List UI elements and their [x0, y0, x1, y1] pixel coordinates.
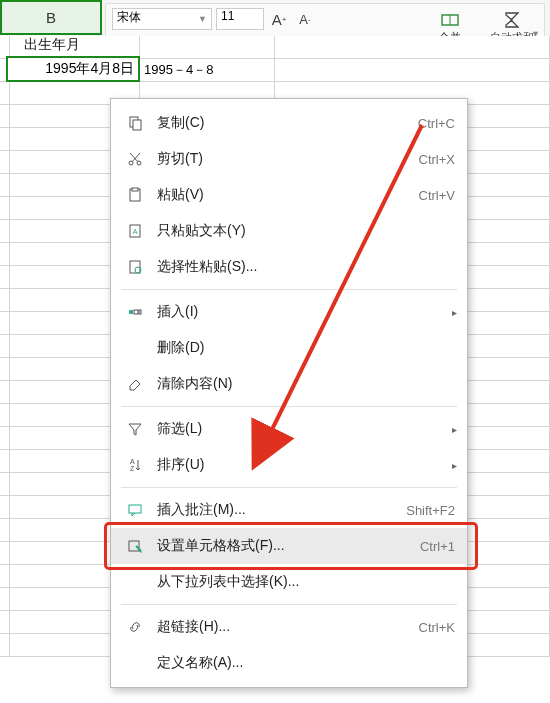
submenu-arrow-icon: ▸: [452, 424, 457, 435]
font-size-select[interactable]: 11▼: [216, 8, 264, 30]
eraser-icon: [123, 372, 147, 396]
paste-special-icon: [123, 255, 147, 279]
submenu-arrow-icon: ▸: [452, 460, 457, 471]
decrease-font-button[interactable]: A-: [294, 8, 316, 30]
menu-delete[interactable]: 删除(D): [111, 330, 467, 366]
svg-rect-17: [139, 310, 141, 314]
filter-icon: [123, 417, 147, 441]
svg-rect-21: [129, 541, 139, 551]
menu-pick-from-list[interactable]: 从下拉列表中选择(K)...: [111, 564, 467, 600]
copy-icon: [123, 111, 147, 135]
format-cells-icon: [123, 534, 147, 558]
menu-clear[interactable]: 清除内容(N): [111, 366, 467, 402]
menu-format-cells[interactable]: 设置单元格格式(F)... Ctrl+1: [111, 528, 467, 564]
menu-paste[interactable]: 粘贴(V) Ctrl+V: [111, 177, 467, 213]
selected-cell-b2[interactable]: 1995年4月8日: [6, 56, 140, 82]
comment-icon: [123, 498, 147, 522]
link-icon: [123, 615, 147, 639]
menu-cut[interactable]: 剪切(T) Ctrl+X: [111, 141, 467, 177]
svg-text:A: A: [130, 458, 135, 465]
menu-filter[interactable]: 筛选(L) ▸: [111, 411, 467, 447]
paste-text-icon: A: [123, 219, 147, 243]
svg-rect-20: [129, 505, 141, 513]
svg-text:A: A: [133, 228, 138, 235]
scissors-icon: [123, 147, 147, 171]
sort-icon: AZ: [123, 453, 147, 477]
menu-insert[interactable]: 插入(I) ▸: [111, 294, 467, 330]
increase-font-button[interactable]: A+: [268, 8, 290, 30]
menu-sort[interactable]: AZ 排序(U) ▸: [111, 447, 467, 483]
context-menu: 复制(C) Ctrl+C 剪切(T) Ctrl+X 粘贴(V) Ctrl+V A…: [110, 98, 468, 688]
submenu-arrow-icon: ▸: [452, 307, 457, 318]
svg-rect-10: [132, 188, 138, 191]
insert-icon: [123, 300, 147, 324]
column-header-b[interactable]: B: [0, 0, 102, 35]
menu-paste-text[interactable]: A 只粘贴文本(Y): [111, 213, 467, 249]
svg-rect-6: [133, 120, 141, 130]
menu-insert-comment[interactable]: 插入批注(M)... Shift+F2: [111, 492, 467, 528]
svg-text:Z: Z: [130, 465, 135, 472]
svg-rect-15: [129, 310, 133, 314]
menu-hyperlink[interactable]: 超链接(H)... Ctrl+K: [111, 609, 467, 645]
menu-define-name[interactable]: 定义名称(A)...: [111, 645, 467, 681]
font-select[interactable]: 宋体▼: [112, 8, 212, 30]
clipboard-icon: [123, 183, 147, 207]
svg-rect-16: [134, 310, 138, 314]
cell-c2[interactable]: 1995－4－8: [140, 59, 275, 82]
menu-paste-special[interactable]: 选择性粘贴(S)...: [111, 249, 467, 285]
menu-copy[interactable]: 复制(C) Ctrl+C: [111, 105, 467, 141]
cell-b1[interactable]: 出生年月: [24, 36, 80, 54]
